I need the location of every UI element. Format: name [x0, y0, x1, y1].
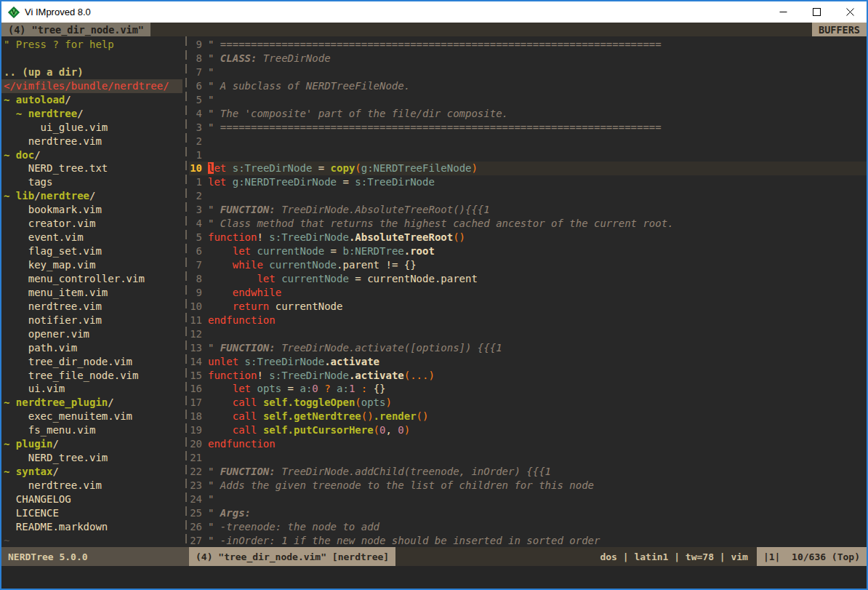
tree-item[interactable]: menu_controller.vim [1, 272, 182, 286]
tree-item[interactable]: ui.vim [1, 382, 182, 396]
code-text [208, 148, 867, 162]
line-number: 20 [189, 437, 208, 451]
tree-item[interactable]: ~ nerdtree/ [1, 107, 182, 121]
code-line[interactable]: 6 let currentNode = b:NERDTree.root [189, 244, 867, 258]
code-line[interactable]: 21 [189, 451, 867, 465]
close-button[interactable] [833, 1, 867, 23]
tree-item[interactable]: creator.vim [1, 217, 182, 231]
line-number: 15 [189, 369, 208, 383]
tree-item[interactable]: ui_glue.vim [1, 121, 182, 135]
code-line[interactable]: 20endfunction [189, 437, 867, 451]
tree-item[interactable]: nerdtree.vim [1, 479, 182, 493]
line-number: 3 [189, 121, 208, 135]
code-line[interactable]: 14unlet s:TreeDirNode.activate [189, 355, 867, 369]
line-number: 13 [189, 341, 208, 355]
code-line[interactable]: 1let g:NERDTreeDirNode = s:TreeDirNode [189, 175, 867, 189]
code-line[interactable]: 2 [189, 135, 867, 148]
code-line[interactable]: 8 let currentNode = currentNode.parent [189, 272, 867, 286]
code-text: " The 'composite' part of the file/dir c… [208, 107, 867, 121]
code-line[interactable]: 5" [189, 93, 867, 107]
tree-item[interactable]: menu_item.vim [1, 286, 182, 300]
code-line[interactable]: 6" A subclass of NERDTreeFileNode. [189, 79, 867, 93]
code-line[interactable]: 4" Class method that returns the highest… [189, 217, 867, 231]
code-line[interactable]: 15function! s:TreeDirNode.activate(...) [189, 369, 867, 383]
code-line[interactable]: 13" FUNCTION: TreeDirNode.activate([opti… [189, 341, 867, 355]
tree-item[interactable]: .. (up a dir) [1, 65, 182, 79]
maximize-button[interactable] [800, 1, 833, 23]
tree-item[interactable]: LICENCE [1, 506, 182, 520]
code-line[interactable]: 2 [189, 189, 867, 203]
tab-line: (4) "tree_dir_node.vim" BUFFERS [1, 23, 867, 36]
code-line[interactable]: 22" FUNCTION: TreeDirNode.addChild(treen… [189, 465, 867, 479]
code-line[interactable]: 24" [189, 493, 867, 506]
tree-item[interactable]: tree_file_node.vim [1, 369, 182, 383]
line-number: 17 [189, 396, 208, 410]
code-line[interactable]: 11endfunction [189, 314, 867, 327]
code-line[interactable]: 23" Adds the given treenode to the list … [189, 479, 867, 493]
tree-item[interactable]: path.vim [1, 341, 182, 355]
tree-item[interactable]: ~ nerdtree_plugin/ [1, 396, 182, 410]
code-line[interactable]: 9" =====================================… [189, 38, 867, 52]
code-line[interactable]: 16 let opts = a:0 ? a:1 : {} [189, 382, 867, 396]
code-text: call self.toggleOpen(opts) [208, 396, 867, 410]
code-line[interactable]: 9 endwhile [189, 286, 867, 300]
tree-item [1, 52, 182, 65]
tree-item[interactable]: event.vim [1, 231, 182, 244]
code-text: unlet s:TreeDirNode.activate [208, 355, 867, 369]
code-line[interactable]: 17 call self.toggleOpen(opts) [189, 396, 867, 410]
window-split-separator[interactable] [182, 36, 189, 547]
tree-item[interactable]: notifier.vim [1, 314, 182, 327]
tree-item[interactable]: nerdtree.vim [1, 135, 182, 148]
code-text: " FUNCTION: TreeDirNode.activate([option… [208, 341, 867, 355]
line-number: 6 [189, 79, 208, 93]
code-line[interactable]: 7 while currentNode.parent != {} [189, 258, 867, 272]
tree-item[interactable]: README.markdown [1, 520, 182, 534]
code-text: " FUNCTION: TreeDirNode.AbsoluteTreeRoot… [208, 203, 867, 217]
line-number: 12 [189, 327, 208, 341]
tree-item[interactable]: ~ plugin/ [1, 437, 182, 451]
code-line[interactable]: 12 [189, 327, 867, 341]
code-line[interactable]: 7" [189, 65, 867, 79]
tree-item[interactable]: fs_menu.vim [1, 423, 182, 437]
tree-item[interactable]: flag_set.vim [1, 244, 182, 258]
tree-item[interactable]: opener.vim [1, 327, 182, 341]
code-line[interactable]: 25" Args: [189, 506, 867, 520]
code-line[interactable]: 5function! s:TreeDirNode.AbsoluteTreeRoo… [189, 231, 867, 244]
main-area: " Press ? for help.. (up a dir)</vimfile… [1, 36, 867, 547]
code-line[interactable]: 27" -inOrder: 1 if the new node should b… [189, 534, 867, 547]
tree-item[interactable]: ~ doc/ [1, 148, 182, 162]
nerdtree-pane[interactable]: " Press ? for help.. (up a dir)</vimfile… [1, 36, 182, 547]
code-line[interactable]: 3" =====================================… [189, 121, 867, 135]
tree-item[interactable]: exec_menuitem.vim [1, 410, 182, 423]
code-text: let opts = a:0 ? a:1 : {} [208, 382, 867, 396]
tree-item[interactable]: tags [1, 175, 182, 189]
code-line[interactable]: 4" The 'composite' part of the file/dir … [189, 107, 867, 121]
code-line[interactable]: 1 [189, 148, 867, 162]
tree-item[interactable]: ~ autoload/ [1, 93, 182, 107]
tree-item[interactable]: NERD_tree.txt [1, 162, 182, 175]
tree-item[interactable]: NERD_tree.vim [1, 451, 182, 465]
code-line-current[interactable]: 10let s:TreeDirNode = copy(g:NERDTreeFil… [189, 162, 867, 175]
tree-item[interactable]: nerdtree.vim [1, 300, 182, 314]
editor-pane[interactable]: 9" =====================================… [189, 36, 867, 547]
code-text: let s:TreeDirNode = copy(g:NERDTreeFileN… [208, 162, 867, 175]
tree-item[interactable]: ~ syntax/ [1, 465, 182, 479]
code-line[interactable]: 3" FUNCTION: TreeDirNode.AbsoluteTreeRoo… [189, 203, 867, 217]
tree-item[interactable]: </vimfiles/bundle/nerdtree/ [1, 79, 182, 93]
code-text: while currentNode.parent != {} [208, 258, 867, 272]
tab-tree-dir-node[interactable]: (4) "tree_dir_node.vim" [1, 23, 150, 36]
line-number: 3 [189, 203, 208, 217]
minimize-button[interactable] [766, 1, 800, 23]
code-line[interactable]: 10 return currentNode [189, 300, 867, 314]
file-status: (4) "tree_dir_node.vim" [nerdtree] [189, 547, 395, 566]
code-line[interactable]: 8" CLASS: TreeDirNode [189, 52, 867, 65]
code-line[interactable]: 19 call self.putCursorHere(0, 0) [189, 423, 867, 437]
tree-item[interactable]: tree_dir_node.vim [1, 355, 182, 369]
code-line[interactable]: 26" -treenode: the node to add [189, 520, 867, 534]
code-line[interactable]: 18 call self.getNerdtree().render() [189, 410, 867, 423]
tree-item[interactable]: bookmark.vim [1, 203, 182, 217]
line-number: 8 [189, 272, 208, 286]
tree-item[interactable]: key_map.vim [1, 258, 182, 272]
tree-item[interactable]: CHANGELOG [1, 493, 182, 506]
tree-item[interactable]: ~ lib/nerdtree/ [1, 189, 182, 203]
